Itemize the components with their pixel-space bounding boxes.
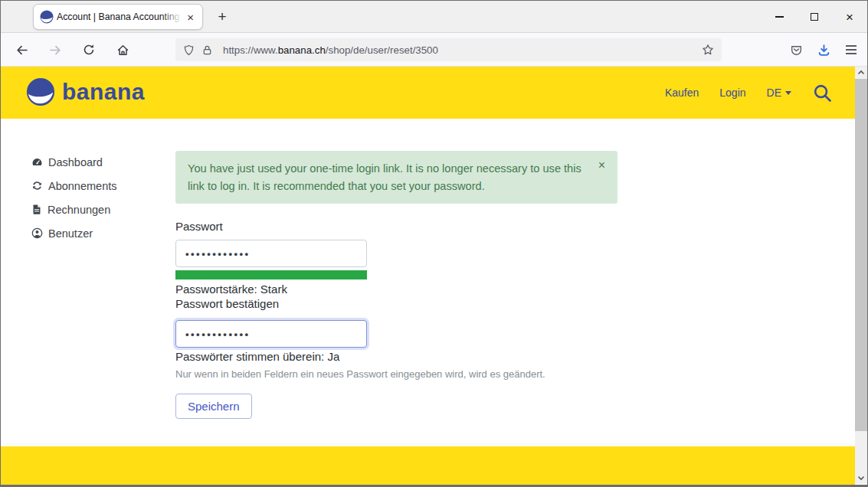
home-button[interactable]: [111, 38, 134, 61]
page-viewport: banana Kaufen Login DE Dashboard: [1, 67, 867, 484]
window-controls: ×: [762, 1, 867, 33]
invoice-icon: [31, 204, 42, 215]
maximize-button[interactable]: [797, 1, 832, 33]
menu-icon[interactable]: [838, 38, 864, 61]
page-content: Dashboard Abonnements Rechnungen: [1, 119, 855, 443]
password-input[interactable]: [175, 240, 367, 267]
sidebar-item-benutzer[interactable]: Benutzer: [31, 221, 116, 245]
tab-title: Account | Banana Accounting S: [57, 11, 182, 22]
close-button[interactable]: ×: [832, 1, 867, 33]
sidebar-item-rechnungen[interactable]: Rechnungen: [31, 198, 116, 221]
url-bar[interactable]: https://www.banana.ch/shop/de/user/reset…: [175, 38, 722, 61]
main-column: You have just used your one-time login l…: [175, 151, 617, 419]
tab-bar: Account | Banana Accounting S × + ×: [1, 1, 867, 33]
password-strength-bar: [175, 270, 367, 279]
shield-icon[interactable]: [183, 44, 195, 56]
save-button[interactable]: Speichern: [175, 394, 252, 419]
tab-close-icon[interactable]: ×: [185, 11, 196, 24]
nav-kaufen-link[interactable]: Kaufen: [665, 87, 699, 99]
lock-icon[interactable]: [201, 44, 213, 56]
password-match-text: Passwörter stimmen überein: Ja: [175, 350, 617, 363]
pocket-icon[interactable]: [783, 38, 809, 61]
confirm-password-label: Passwort bestätigen: [175, 297, 617, 310]
sidebar-item-label: Rechnungen: [47, 204, 110, 216]
vertical-scrollbar[interactable]: [855, 67, 867, 484]
caret-down-icon: [785, 91, 791, 95]
maximize-icon: [811, 13, 818, 21]
nav-login-link[interactable]: Login: [719, 87, 745, 99]
sidebar-item-label: Abonnements: [48, 180, 116, 192]
banana-logo[interactable]: banana: [26, 77, 145, 106]
favicon-banana-icon: [40, 10, 54, 24]
minimize-button[interactable]: [762, 1, 797, 33]
banana-logo-icon: [26, 77, 55, 106]
site-header: banana Kaufen Login DE: [1, 67, 855, 119]
sidebar-item-dashboard[interactable]: Dashboard: [31, 150, 116, 174]
site-nav: Kaufen Login DE: [665, 67, 833, 119]
user-icon: [31, 227, 43, 239]
status-message: You have just used your one-time login l…: [175, 151, 617, 204]
password-strength-text: Passwortstärke: Stark: [175, 283, 617, 296]
scroll-down-icon[interactable]: [855, 472, 867, 484]
forward-button[interactable]: [44, 38, 67, 61]
scroll-up-icon[interactable]: [855, 67, 867, 79]
sync-icon: [31, 180, 43, 191]
account-sidebar: Dashboard Abonnements Rechnungen: [31, 150, 116, 245]
logo-wordmark: banana: [62, 79, 145, 105]
site-footer: [1, 443, 855, 487]
new-tab-button[interactable]: +: [212, 7, 232, 27]
nav-language-dropdown[interactable]: DE: [767, 87, 791, 99]
sidebar-item-abonnements[interactable]: Abonnements: [31, 174, 116, 198]
browser-window: Account | Banana Accounting S × + ×: [0, 0, 868, 487]
confirm-password-input[interactable]: [175, 320, 367, 348]
bookmark-star-icon[interactable]: [702, 44, 714, 56]
sidebar-item-label: Dashboard: [48, 156, 103, 168]
search-icon[interactable]: [812, 83, 833, 103]
browser-toolbar: https://www.banana.ch/shop/de/user/reset…: [1, 33, 867, 67]
reload-button[interactable]: [77, 38, 100, 61]
back-button[interactable]: [10, 38, 33, 61]
dashboard-icon: [31, 156, 43, 168]
password-helper-text: Nur wenn in beiden Feldern ein neues Pas…: [175, 368, 617, 380]
password-label: Passwort: [175, 220, 617, 233]
alert-close-icon[interactable]: ×: [598, 159, 605, 172]
minimize-icon: [775, 16, 784, 17]
status-message-text: You have just used your one-time login l…: [188, 162, 581, 192]
scrollbar-thumb[interactable]: [855, 79, 867, 431]
sidebar-item-label: Benutzer: [48, 227, 93, 240]
browser-tab[interactable]: Account | Banana Accounting S ×: [33, 4, 203, 30]
url-text: https://www.banana.ch/shop/de/user/reset…: [223, 44, 438, 56]
download-icon[interactable]: [811, 38, 837, 61]
